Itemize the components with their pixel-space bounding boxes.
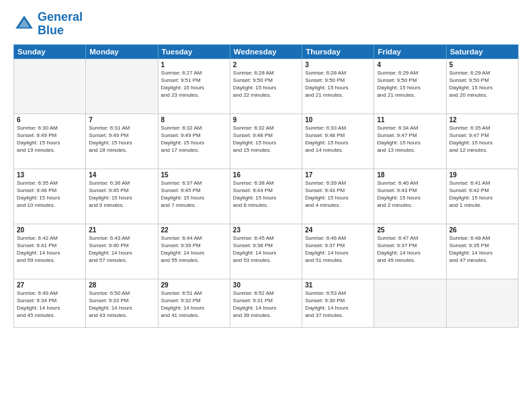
day-info: Sunrise: 6:36 AM Sunset: 9:45 PM Dayligh… bbox=[89, 179, 154, 210]
day-info: Sunrise: 6:35 AM Sunset: 9:47 PM Dayligh… bbox=[449, 124, 515, 154]
calendar-cell: 8Sunrise: 6:32 AM Sunset: 9:49 PM Daylig… bbox=[158, 113, 230, 169]
day-info: Sunrise: 6:29 AM Sunset: 9:50 PM Dayligh… bbox=[377, 69, 443, 99]
day-number: 15 bbox=[161, 171, 227, 179]
logo: General Blue bbox=[13, 11, 83, 38]
day-number: 23 bbox=[233, 226, 299, 234]
logo-icon bbox=[13, 13, 35, 35]
day-info: Sunrise: 6:53 AM Sunset: 9:30 PM Dayligh… bbox=[305, 289, 371, 320]
day-number: 22 bbox=[161, 226, 227, 234]
day-number: 7 bbox=[89, 116, 154, 124]
day-number: 21 bbox=[89, 226, 154, 234]
calendar-cell bbox=[86, 58, 158, 113]
calendar-cell: 10Sunrise: 6:33 AM Sunset: 9:48 PM Dayli… bbox=[302, 113, 374, 169]
day-info: Sunrise: 6:42 AM Sunset: 9:41 PM Dayligh… bbox=[17, 234, 83, 265]
day-info: Sunrise: 6:28 AM Sunset: 9:50 PM Dayligh… bbox=[305, 69, 371, 99]
calendar-cell: 30Sunrise: 6:52 AM Sunset: 9:31 PM Dayli… bbox=[230, 279, 302, 327]
week-row-4: 20Sunrise: 6:42 AM Sunset: 9:41 PM Dayli… bbox=[14, 224, 519, 279]
weekday-header-sunday: Sunday bbox=[14, 44, 86, 58]
weekday-header-row: SundayMondayTuesdayWednesdayThursdayFrid… bbox=[14, 44, 519, 58]
day-info: Sunrise: 6:37 AM Sunset: 9:45 PM Dayligh… bbox=[161, 179, 227, 210]
day-number: 12 bbox=[449, 116, 515, 124]
day-number: 29 bbox=[161, 281, 227, 289]
day-number: 30 bbox=[233, 281, 299, 289]
day-info: Sunrise: 6:44 AM Sunset: 9:39 PM Dayligh… bbox=[161, 234, 227, 265]
calendar-cell: 17Sunrise: 6:39 AM Sunset: 9:43 PM Dayli… bbox=[302, 169, 374, 224]
calendar-cell: 7Sunrise: 6:31 AM Sunset: 9:49 PM Daylig… bbox=[86, 113, 158, 169]
calendar-cell: 31Sunrise: 6:53 AM Sunset: 9:30 PM Dayli… bbox=[302, 279, 374, 327]
calendar-cell: 13Sunrise: 6:35 AM Sunset: 9:46 PM Dayli… bbox=[14, 169, 86, 224]
week-row-1: 1Sunrise: 6:27 AM Sunset: 9:51 PM Daylig… bbox=[14, 58, 519, 113]
day-number: 10 bbox=[305, 116, 371, 124]
day-number: 17 bbox=[305, 171, 371, 179]
calendar-cell: 1Sunrise: 6:27 AM Sunset: 9:51 PM Daylig… bbox=[158, 58, 230, 113]
day-number: 2 bbox=[233, 61, 299, 68]
day-info: Sunrise: 6:41 AM Sunset: 9:42 PM Dayligh… bbox=[449, 179, 515, 210]
calendar-cell: 2Sunrise: 6:28 AM Sunset: 9:50 PM Daylig… bbox=[230, 58, 302, 113]
calendar-cell: 18Sunrise: 6:40 AM Sunset: 9:43 PM Dayli… bbox=[374, 169, 446, 224]
day-info: Sunrise: 6:32 AM Sunset: 9:48 PM Dayligh… bbox=[233, 124, 299, 154]
calendar-cell: 5Sunrise: 6:29 AM Sunset: 9:50 PM Daylig… bbox=[446, 58, 518, 113]
weekday-header-saturday: Saturday bbox=[446, 44, 518, 58]
weekday-header-tuesday: Tuesday bbox=[158, 44, 230, 58]
page: General Blue SundayMondayTuesdayWednesda… bbox=[0, 0, 532, 411]
calendar-cell: 23Sunrise: 6:45 AM Sunset: 9:38 PM Dayli… bbox=[230, 224, 302, 279]
day-info: Sunrise: 6:31 AM Sunset: 9:49 PM Dayligh… bbox=[89, 124, 154, 154]
day-info: Sunrise: 6:33 AM Sunset: 9:48 PM Dayligh… bbox=[305, 124, 371, 154]
day-number: 3 bbox=[305, 61, 371, 68]
day-info: Sunrise: 6:43 AM Sunset: 9:40 PM Dayligh… bbox=[89, 234, 154, 265]
day-number: 19 bbox=[449, 171, 515, 179]
calendar-cell: 16Sunrise: 6:38 AM Sunset: 9:44 PM Dayli… bbox=[230, 169, 302, 224]
logo-text: General Blue bbox=[38, 11, 83, 38]
calendar-cell: 28Sunrise: 6:50 AM Sunset: 9:33 PM Dayli… bbox=[86, 279, 158, 327]
weekday-header-friday: Friday bbox=[374, 44, 446, 58]
day-number: 16 bbox=[233, 171, 299, 179]
day-number: 20 bbox=[17, 226, 83, 234]
calendar-cell: 12Sunrise: 6:35 AM Sunset: 9:47 PM Dayli… bbox=[446, 113, 518, 169]
calendar-cell: 22Sunrise: 6:44 AM Sunset: 9:39 PM Dayli… bbox=[158, 224, 230, 279]
calendar-cell: 27Sunrise: 6:49 AM Sunset: 9:34 PM Dayli… bbox=[14, 279, 86, 327]
calendar-cell: 26Sunrise: 6:48 AM Sunset: 9:35 PM Dayli… bbox=[446, 224, 518, 279]
day-info: Sunrise: 6:47 AM Sunset: 9:37 PM Dayligh… bbox=[377, 234, 443, 265]
day-number: 18 bbox=[377, 171, 443, 179]
day-info: Sunrise: 6:50 AM Sunset: 9:33 PM Dayligh… bbox=[89, 289, 154, 320]
day-number: 9 bbox=[233, 116, 299, 124]
day-info: Sunrise: 6:32 AM Sunset: 9:49 PM Dayligh… bbox=[161, 124, 227, 154]
calendar-cell: 4Sunrise: 6:29 AM Sunset: 9:50 PM Daylig… bbox=[374, 58, 446, 113]
weekday-header-monday: Monday bbox=[86, 44, 158, 58]
calendar-cell: 3Sunrise: 6:28 AM Sunset: 9:50 PM Daylig… bbox=[302, 58, 374, 113]
day-number: 5 bbox=[449, 61, 515, 68]
weekday-header-wednesday: Wednesday bbox=[230, 44, 302, 58]
calendar-cell: 24Sunrise: 6:46 AM Sunset: 9:37 PM Dayli… bbox=[302, 224, 374, 279]
header: General Blue bbox=[13, 11, 519, 38]
day-info: Sunrise: 6:52 AM Sunset: 9:31 PM Dayligh… bbox=[233, 289, 299, 320]
day-number: 26 bbox=[449, 226, 515, 234]
day-info: Sunrise: 6:45 AM Sunset: 9:38 PM Dayligh… bbox=[233, 234, 299, 265]
day-number: 4 bbox=[377, 61, 443, 68]
day-info: Sunrise: 6:48 AM Sunset: 9:35 PM Dayligh… bbox=[449, 234, 515, 265]
calendar-cell: 14Sunrise: 6:36 AM Sunset: 9:45 PM Dayli… bbox=[86, 169, 158, 224]
calendar-cell bbox=[374, 279, 446, 327]
week-row-5: 27Sunrise: 6:49 AM Sunset: 9:34 PM Dayli… bbox=[14, 279, 519, 327]
day-number: 25 bbox=[377, 226, 443, 234]
day-info: Sunrise: 6:29 AM Sunset: 9:50 PM Dayligh… bbox=[449, 69, 515, 99]
day-number: 14 bbox=[89, 171, 154, 179]
day-number: 6 bbox=[17, 116, 83, 124]
day-info: Sunrise: 6:40 AM Sunset: 9:43 PM Dayligh… bbox=[377, 179, 443, 210]
calendar-cell bbox=[14, 58, 86, 113]
calendar-cell bbox=[446, 279, 518, 327]
day-number: 13 bbox=[17, 171, 83, 179]
calendar-cell: 15Sunrise: 6:37 AM Sunset: 9:45 PM Dayli… bbox=[158, 169, 230, 224]
calendar-cell: 9Sunrise: 6:32 AM Sunset: 9:48 PM Daylig… bbox=[230, 113, 302, 169]
week-row-3: 13Sunrise: 6:35 AM Sunset: 9:46 PM Dayli… bbox=[14, 169, 519, 224]
day-info: Sunrise: 6:39 AM Sunset: 9:43 PM Dayligh… bbox=[305, 179, 371, 210]
day-number: 1 bbox=[161, 61, 227, 68]
day-number: 31 bbox=[305, 281, 371, 289]
calendar-cell: 20Sunrise: 6:42 AM Sunset: 9:41 PM Dayli… bbox=[14, 224, 86, 279]
calendar-cell: 6Sunrise: 6:30 AM Sunset: 9:49 PM Daylig… bbox=[14, 113, 86, 169]
calendar-cell: 29Sunrise: 6:51 AM Sunset: 9:32 PM Dayli… bbox=[158, 279, 230, 327]
weekday-header-thursday: Thursday bbox=[302, 44, 374, 58]
calendar: SundayMondayTuesdayWednesdayThursdayFrid… bbox=[13, 44, 519, 328]
calendar-cell: 11Sunrise: 6:34 AM Sunset: 9:47 PM Dayli… bbox=[374, 113, 446, 169]
calendar-cell: 19Sunrise: 6:41 AM Sunset: 9:42 PM Dayli… bbox=[446, 169, 518, 224]
day-number: 11 bbox=[377, 116, 443, 124]
